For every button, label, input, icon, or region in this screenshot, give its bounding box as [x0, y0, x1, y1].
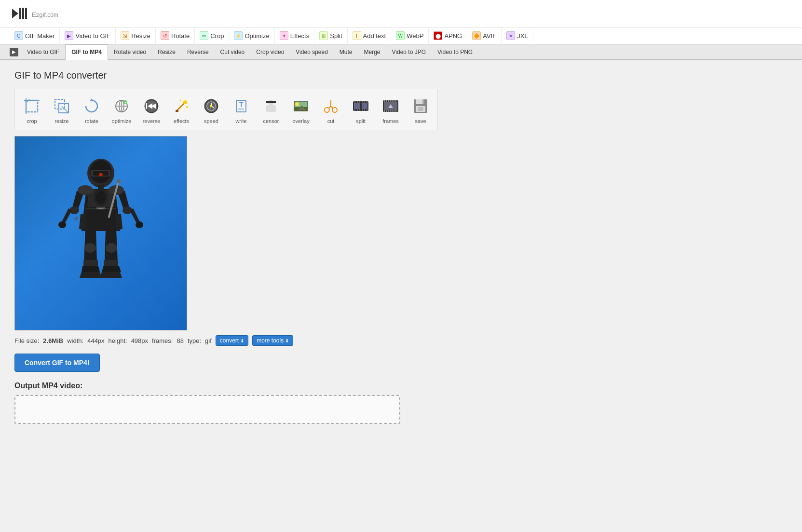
- nav-crop[interactable]: ✂ Crop: [195, 27, 229, 44]
- svg-rect-67: [388, 100, 389, 102]
- nav-rotate[interactable]: ↺ Rotate: [156, 27, 195, 44]
- file-size-label: File size:: [14, 337, 39, 344]
- subnav-crop-video[interactable]: Crop video: [250, 45, 290, 59]
- nav-effects[interactable]: ✦ Effects: [275, 27, 315, 44]
- svg-rect-69: [392, 100, 393, 102]
- svg-point-93: [96, 191, 106, 204]
- svg-rect-59: [362, 109, 363, 111]
- svg-point-98: [58, 221, 66, 228]
- write-tool-icon: T: [230, 95, 252, 117]
- type-value: gif: [205, 337, 212, 344]
- svg-rect-56: [354, 109, 355, 111]
- split-icon: ⊞: [319, 31, 328, 40]
- svg-rect-25: [176, 110, 178, 112]
- svg-rect-4: [26, 100, 38, 112]
- svg-point-27: [180, 100, 181, 101]
- tool-crop[interactable]: crop: [17, 93, 47, 126]
- svg-rect-72: [384, 110, 385, 112]
- more-tools-button[interactable]: more tools ⬇: [252, 335, 293, 346]
- svg-rect-52: [359, 101, 360, 103]
- optimize-icon: ⚡: [234, 31, 243, 40]
- subnav-reverse[interactable]: Reverse: [181, 45, 215, 59]
- tool-split[interactable]: split: [346, 93, 376, 126]
- video-icon: ▶: [10, 48, 18, 56]
- svg-rect-66: [386, 100, 387, 102]
- svg-rect-63: [362, 103, 367, 109]
- subnav-video-to-gif[interactable]: Video to GIF: [21, 45, 65, 59]
- subnav-resize[interactable]: Resize: [152, 45, 181, 59]
- subnav-video-to-png[interactable]: Video to PNG: [432, 45, 478, 59]
- svg-rect-74: [388, 110, 389, 112]
- tool-write[interactable]: T write: [226, 93, 256, 126]
- svg-rect-39: [266, 101, 276, 103]
- logo[interactable]: Ezgif.com: [10, 4, 58, 23]
- tool-cut[interactable]: cut: [316, 93, 346, 126]
- convert-gif-to-mp4-button[interactable]: Convert GIF to MP4!: [14, 354, 100, 372]
- nav-avif[interactable]: 🔶 AVIF: [467, 27, 502, 44]
- svg-point-102: [84, 243, 96, 253]
- nav-webp[interactable]: W WebP: [391, 27, 429, 44]
- more-tools-arrow-icon: ⬇: [285, 338, 289, 343]
- tool-censor[interactable]: censor: [256, 93, 286, 126]
- svg-point-90: [99, 173, 103, 176]
- gif-maker-icon: G: [14, 31, 23, 40]
- svg-rect-61: [367, 109, 367, 111]
- frames-value: 88: [177, 337, 183, 344]
- svg-rect-60: [364, 109, 365, 111]
- file-size-value: 2.6MiB: [43, 337, 63, 344]
- tool-save[interactable]: save: [406, 93, 435, 126]
- tool-optimize[interactable]: ✦ optimize: [107, 93, 136, 126]
- tool-reverse[interactable]: reverse: [136, 93, 166, 126]
- rotate-icon: ↺: [161, 31, 169, 40]
- effects-tool-icon: [170, 95, 192, 117]
- split-tool-icon: [350, 95, 372, 117]
- subnav-merge[interactable]: Merge: [358, 45, 386, 59]
- svg-point-44: [325, 108, 329, 112]
- tool-rotate[interactable]: rotate: [77, 93, 107, 126]
- tool-frames[interactable]: frames: [376, 93, 406, 126]
- overlay-tool-icon: [290, 95, 312, 117]
- svg-rect-85: [418, 107, 423, 111]
- subnav-video-speed[interactable]: Video speed: [290, 45, 334, 59]
- nav-resize[interactable]: ⇲ Resize: [116, 27, 156, 44]
- svg-text:✦: ✦: [124, 101, 127, 104]
- height-value: 498px: [131, 337, 148, 344]
- resize-tool-icon: [51, 95, 73, 117]
- add-text-icon: T: [353, 31, 361, 40]
- svg-point-24: [183, 100, 187, 104]
- nav-jxl[interactable]: ✕ JXL: [502, 27, 533, 44]
- avif-icon: 🔶: [472, 31, 481, 40]
- subnav-rotate-video[interactable]: Rotate video: [108, 45, 152, 59]
- nav-apng[interactable]: ⬤ APNG: [429, 27, 467, 44]
- logo-icon: [10, 4, 29, 23]
- tool-speed[interactable]: speed: [196, 93, 226, 126]
- svg-point-45: [332, 108, 337, 112]
- nav-gif-maker[interactable]: G GIF Maker: [10, 27, 60, 44]
- nav-optimize[interactable]: ⚡ Optimize: [229, 27, 274, 44]
- subnav-video-to-jpg[interactable]: Video to JPG: [386, 45, 432, 59]
- save-tool-icon: [409, 95, 432, 117]
- subnav-gif-to-mp4[interactable]: GIF to MP4: [65, 44, 108, 60]
- svg-rect-1: [19, 8, 21, 19]
- svg-rect-71: [395, 100, 396, 102]
- frames-tool-icon: [380, 95, 402, 117]
- svg-rect-76: [392, 110, 393, 112]
- convert-button[interactable]: convert ⬇: [216, 335, 248, 346]
- width-label: width:: [67, 337, 83, 344]
- svg-rect-51: [357, 101, 358, 103]
- svg-rect-108: [117, 179, 121, 183]
- svg-point-100: [136, 221, 143, 228]
- height-label: height:: [109, 337, 127, 344]
- tool-effects[interactable]: effects: [166, 93, 196, 126]
- frames-label: frames:: [152, 337, 173, 344]
- webp-icon: W: [396, 31, 405, 40]
- subnav-cut-video[interactable]: Cut video: [215, 45, 251, 59]
- subnav-mute[interactable]: Mute: [334, 45, 358, 59]
- nav-split[interactable]: ⊞ Split: [314, 27, 347, 44]
- nav-video-to-gif[interactable]: ▶ Video to GIF: [60, 27, 116, 44]
- tool-resize[interactable]: resize: [47, 93, 77, 126]
- video-to-gif-icon: ▶: [65, 31, 73, 40]
- tool-overlay[interactable]: overlay: [286, 93, 316, 126]
- svg-point-42: [295, 102, 299, 106]
- nav-add-text[interactable]: T Add text: [348, 27, 392, 44]
